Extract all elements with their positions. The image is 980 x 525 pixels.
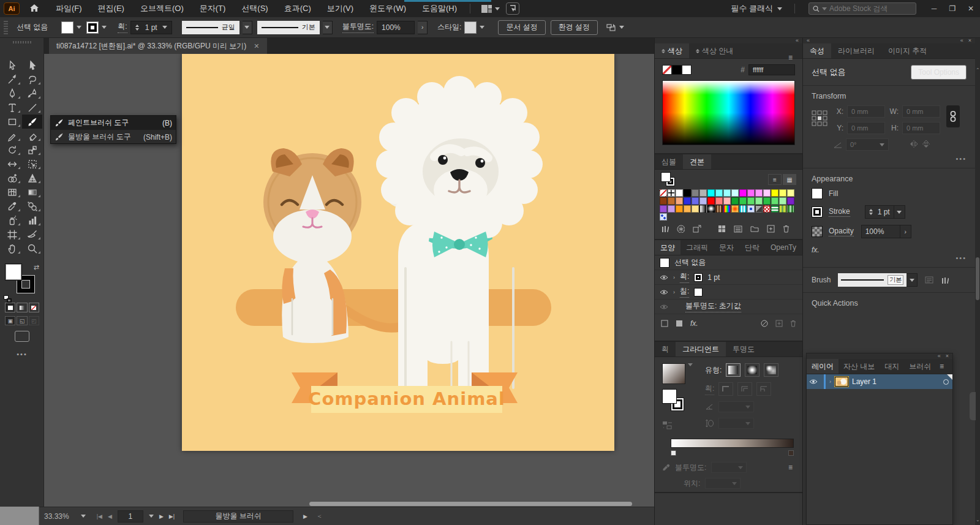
panel-tab[interactable]: 견본 xyxy=(683,154,711,169)
pen-tool[interactable] xyxy=(2,86,22,100)
swatch[interactable] xyxy=(755,189,763,197)
variable-width-dropdown[interactable]: 기본 xyxy=(257,21,333,34)
white-swatch[interactable] xyxy=(682,65,692,75)
appearance-fill-row[interactable]: › 칠: xyxy=(655,285,802,300)
minimize-button[interactable]: ─ xyxy=(925,1,943,16)
swatch[interactable] xyxy=(692,189,699,197)
panel-tab[interactable]: 라이브러리 xyxy=(831,43,881,58)
stroke-along-button[interactable] xyxy=(737,382,752,396)
swatch[interactable] xyxy=(676,205,683,213)
expand-icon[interactable]: › xyxy=(673,289,675,295)
reverse-gradient-icon[interactable] xyxy=(662,421,696,431)
swatch[interactable] xyxy=(723,189,731,197)
swatch[interactable] xyxy=(699,197,707,205)
opacity-label[interactable]: Opacity xyxy=(829,227,854,236)
gradient-stop-right[interactable] xyxy=(788,450,794,456)
curvature-tool[interactable] xyxy=(22,86,42,100)
opacity-field[interactable]: 100% xyxy=(377,21,415,34)
expand-layer-icon[interactable]: › xyxy=(829,379,831,385)
menu-item[interactable]: 오브젝트(O) xyxy=(132,0,192,17)
swatch[interactable] xyxy=(739,197,747,205)
stroke-weight-dropdown[interactable] xyxy=(894,205,905,219)
shape-builder-tool[interactable] xyxy=(2,171,22,185)
y-field[interactable]: 0 mm xyxy=(847,122,885,134)
fill-color-control[interactable] xyxy=(61,21,81,34)
appearance-stroke-row[interactable]: › 획: 1 pt xyxy=(655,270,802,285)
none-button[interactable] xyxy=(29,303,39,312)
fill-swatch[interactable] xyxy=(61,21,74,34)
opacity-options-button[interactable]: › xyxy=(418,21,428,34)
constrain-proportions-button[interactable] xyxy=(946,105,960,127)
appearance-selection-row[interactable]: 선택 없음 xyxy=(655,255,802,270)
panel-tab[interactable]: 속성 xyxy=(803,43,831,58)
hex-input[interactable]: ffffff xyxy=(748,64,795,75)
new-stroke-icon[interactable] xyxy=(661,320,668,327)
brush-options-icon[interactable] xyxy=(925,276,933,284)
swatch[interactable] xyxy=(668,189,675,197)
align-options[interactable] xyxy=(606,23,624,32)
stroke-weight-label[interactable]: 획: xyxy=(118,21,127,33)
expand-icon[interactable]: › xyxy=(673,274,675,281)
opacity-swatch[interactable] xyxy=(812,226,823,237)
swatch-kinds-icon[interactable] xyxy=(718,225,726,233)
panel-tab[interactable]: 대지 xyxy=(880,359,904,374)
delete-item-icon[interactable] xyxy=(790,320,796,327)
x-field[interactable]: 0 mm xyxy=(847,105,885,118)
arrange-documents-button[interactable] xyxy=(481,5,500,13)
last-artboard-icon[interactable]: ▶| xyxy=(169,513,175,519)
previous-artboard-icon[interactable]: ◀ xyxy=(108,513,112,519)
swatch[interactable] xyxy=(692,205,699,213)
swatch[interactable] xyxy=(771,205,778,213)
stroke-link-label[interactable]: 획: xyxy=(680,271,689,283)
scale-tool[interactable] xyxy=(22,143,42,157)
swatch[interactable] xyxy=(723,205,731,213)
swatch[interactable] xyxy=(763,189,771,197)
swatch[interactable] xyxy=(747,189,755,197)
opacity-link-label[interactable]: 불투명도: 초기값 xyxy=(685,301,741,312)
panel-tab[interactable]: 레이어 xyxy=(807,359,839,374)
new-swatch-icon[interactable] xyxy=(767,225,775,233)
layer-thumbnail[interactable] xyxy=(835,377,848,387)
scroll-left-icon[interactable]: ＜ xyxy=(316,512,323,521)
layer-name[interactable]: Layer 1 xyxy=(852,377,876,386)
home-icon[interactable] xyxy=(29,4,39,14)
new-color-group-icon[interactable] xyxy=(693,225,701,233)
swatch[interactable] xyxy=(660,189,667,197)
draw-normal-mode[interactable]: ▣ xyxy=(5,316,15,325)
restore-button[interactable]: ❐ xyxy=(943,1,962,16)
gradient-fill-stroke[interactable] xyxy=(662,389,687,414)
collapse-icon[interactable]: « xyxy=(938,353,941,359)
gradient-stop-left[interactable] xyxy=(671,450,676,456)
scrollbar-thumb[interactable] xyxy=(976,257,979,300)
stroke-weight-field[interactable]: 1 pt xyxy=(130,21,172,34)
menu-item[interactable]: 파일(F) xyxy=(48,0,90,17)
rotate-select[interactable]: 0° xyxy=(846,138,889,151)
menu-item[interactable]: 윈도우(W) xyxy=(361,0,414,17)
status-options-icon[interactable]: ▶ xyxy=(303,513,307,519)
black-swatch[interactable] xyxy=(672,65,682,75)
flyout-item[interactable]: 물방울 브러쉬 도구 (Shift+B) xyxy=(51,130,176,144)
opacity-label[interactable]: 불투명도: xyxy=(342,21,374,33)
collapse-icon[interactable]: « xyxy=(796,38,799,43)
swatch[interactable] xyxy=(787,189,794,197)
swatch[interactable] xyxy=(684,197,691,205)
scroll-up-icon[interactable]: ⌃ xyxy=(976,67,980,73)
swatch[interactable] xyxy=(715,189,723,197)
panel-tab[interactable]: 문자 xyxy=(714,240,739,255)
swatch[interactable] xyxy=(715,197,723,205)
duplicate-item-icon[interactable] xyxy=(775,320,783,327)
color-proxies[interactable] xyxy=(662,65,692,75)
menu-item[interactable]: 도움말(H) xyxy=(414,0,465,17)
next-artboard-icon[interactable]: ▶ xyxy=(159,513,164,519)
gradient-angle-select[interactable] xyxy=(718,401,754,412)
fill-link-label[interactable]: 칠: xyxy=(680,286,689,298)
new-effect-icon[interactable]: fx. xyxy=(690,319,698,328)
panel-grip[interactable] xyxy=(4,21,8,34)
more-options-button[interactable]: ••• xyxy=(812,254,967,262)
stroke-weight-field[interactable]: 1 pt xyxy=(865,205,894,219)
gradient-tool[interactable] xyxy=(22,185,42,199)
swatch[interactable] xyxy=(707,197,715,205)
swatch[interactable] xyxy=(668,205,675,213)
fx-button[interactable]: fx. xyxy=(812,246,967,254)
swatch[interactable] xyxy=(771,189,778,197)
